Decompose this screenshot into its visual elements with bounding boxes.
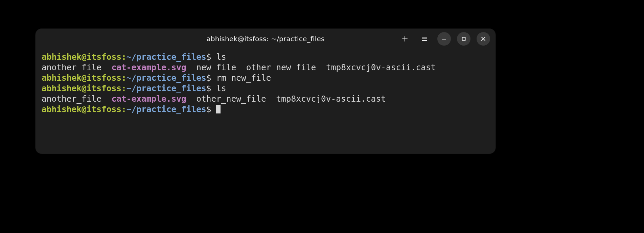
prompt-path: ~/practice_files xyxy=(127,104,206,114)
cmd-text: ls xyxy=(216,83,226,93)
prompt-colon: : xyxy=(121,52,127,62)
terminal-line: abhishek@itsfoss:~/practice_files$ xyxy=(42,104,221,114)
prompt-dollar: $ xyxy=(206,73,211,83)
file-name: another_file xyxy=(42,94,101,104)
file-name: cat-example.svg xyxy=(112,62,186,72)
file-name: another_file xyxy=(42,62,101,72)
minimize-button[interactable] xyxy=(437,32,451,46)
terminal-window: abhishek@itsfoss: ~/practice_files xyxy=(36,29,496,154)
prompt-user: abhishek@itsfoss xyxy=(42,73,121,83)
plus-icon xyxy=(401,35,408,42)
file-name: other_new_file xyxy=(246,62,316,72)
prompt-user: abhishek@itsfoss xyxy=(42,83,121,93)
terminal-line: abhishek@itsfoss:~/practice_files$ ls xyxy=(42,52,226,62)
prompt-dollar: $ xyxy=(206,52,211,62)
cursor xyxy=(216,105,221,113)
hamburger-icon xyxy=(421,35,428,42)
prompt-path: ~/practice_files xyxy=(127,73,206,83)
prompt-path: ~/practice_files xyxy=(127,52,206,62)
terminal-line: another_file cat-example.svg new_file ot… xyxy=(42,62,436,72)
cmd-text: rm new_file xyxy=(216,73,271,83)
svg-rect-6 xyxy=(462,37,465,41)
file-name: tmp8xcvcj0v-ascii.cast xyxy=(326,62,436,72)
file-name: cat-example.svg xyxy=(112,94,186,104)
cmd-text: ls xyxy=(216,52,226,62)
file-name: other_new_file xyxy=(196,94,266,104)
terminal-line: abhishek@itsfoss:~/practice_files$ rm ne… xyxy=(42,73,271,83)
new-tab-button[interactable] xyxy=(398,32,412,46)
titlebar: abhishek@itsfoss: ~/practice_files xyxy=(36,29,496,49)
prompt-dollar: $ xyxy=(206,83,211,93)
close-button[interactable] xyxy=(477,32,490,46)
terminal-body[interactable]: abhishek@itsfoss:~/practice_files$ ls an… xyxy=(36,49,496,154)
maximize-icon xyxy=(461,36,467,42)
prompt-dollar: $ xyxy=(206,104,211,114)
prompt-user: abhishek@itsfoss xyxy=(42,52,121,62)
maximize-button[interactable] xyxy=(457,32,470,46)
prompt-colon: : xyxy=(121,104,127,114)
menu-button[interactable] xyxy=(418,32,431,46)
cmd-text xyxy=(211,52,216,62)
prompt-colon: : xyxy=(121,83,127,93)
prompt-path: ~/practice_files xyxy=(127,83,206,93)
minimize-icon xyxy=(441,36,447,42)
prompt-user: abhishek@itsfoss xyxy=(42,104,121,114)
titlebar-controls xyxy=(398,32,490,46)
file-name: tmp8xcvcj0v-ascii.cast xyxy=(276,94,386,104)
terminal-line: abhishek@itsfoss:~/practice_files$ ls xyxy=(42,83,226,93)
terminal-line: another_file cat-example.svg other_new_f… xyxy=(42,94,386,104)
file-name: new_file xyxy=(196,62,236,72)
close-icon xyxy=(480,36,486,42)
prompt-colon: : xyxy=(121,73,127,83)
